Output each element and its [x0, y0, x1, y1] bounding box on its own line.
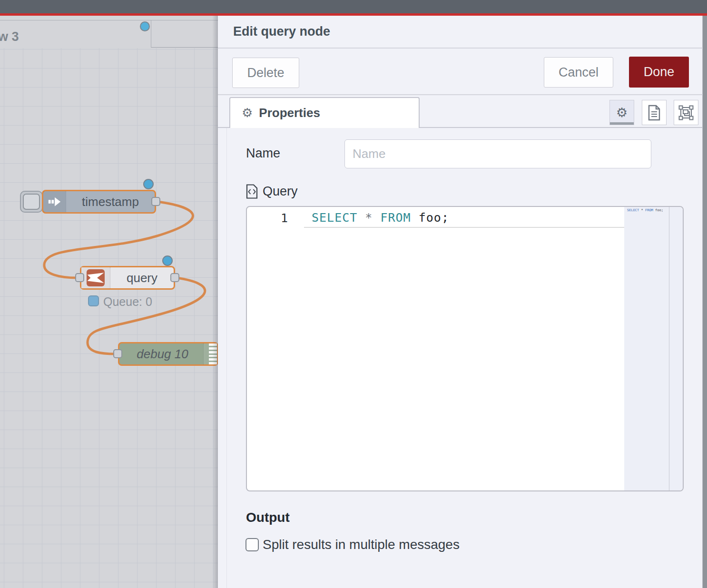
node-label: timestamp [66, 195, 155, 209]
output-section-heading: Output [246, 510, 290, 525]
minimap-divider [669, 207, 669, 490]
minimap-code-line: SELECT * FROM foo; [627, 208, 663, 212]
name-field-label: Name [246, 146, 280, 161]
timestamp-changed-dot [143, 179, 154, 189]
window-scrollbar[interactable] [703, 16, 707, 588]
query-input-port[interactable] [75, 273, 84, 282]
done-button[interactable]: Done [629, 57, 689, 88]
inject-button[interactable] [20, 191, 43, 213]
tab-properties-label: Properties [259, 106, 320, 120]
inject-button-inner [23, 194, 40, 210]
split-results-label: Split results in multiple messages [263, 537, 460, 552]
cancel-button[interactable]: Cancel [544, 57, 613, 88]
gear-icon: ⚙ [242, 106, 253, 120]
editor-minimap[interactable]: SELECT * FROM foo; [624, 207, 683, 490]
code-line[interactable]: SELECT * FROM foo; [312, 211, 449, 225]
dialog-title: Edit query node [233, 24, 330, 39]
divider [218, 48, 703, 49]
description-icon [647, 105, 661, 121]
delete-button[interactable]: Delete [232, 58, 299, 88]
debug-input-port[interactable] [113, 349, 122, 358]
description-view-button[interactable] [642, 100, 667, 125]
split-results-checkbox[interactable] [245, 538, 259, 551]
query-status-dot [88, 295, 99, 306]
canvas-edge-shadow [212, 16, 218, 588]
divider [218, 94, 703, 95]
query-changed-dot [162, 255, 173, 266]
query-status-text: Queue: 0 [103, 295, 152, 309]
node-query[interactable]: query [80, 266, 175, 290]
appearance-icon [678, 105, 694, 120]
line-number: 1 [247, 211, 288, 225]
node-timestamp[interactable]: timestamp [42, 190, 156, 214]
query-code-editor[interactable]: 1 SELECT * FROM foo; SELECT * FROM foo; [246, 206, 684, 491]
inject-arrow-icon [43, 191, 66, 212]
mysql-icon [81, 267, 110, 288]
query-field-header: Query [246, 184, 298, 199]
query-output-port[interactable] [170, 273, 179, 282]
tab-properties[interactable]: ⚙ Properties [229, 97, 420, 128]
app-root: w 3 timestamp q [0, 0, 707, 588]
node-label: debug 10 [119, 347, 217, 362]
appearance-view-button[interactable] [674, 100, 698, 125]
node-label: query [110, 271, 174, 285]
edit-dialog: Edit query node Delete Cancel Done ⚙ Pro… [218, 16, 703, 588]
flow-canvas[interactable]: w 3 timestamp q [0, 16, 218, 588]
file-code-icon [246, 184, 258, 199]
gear-icon: ⚙ [616, 105, 628, 120]
properties-view-button[interactable]: ⚙ [609, 100, 634, 125]
app-header-bar [0, 0, 707, 13]
timestamp-output-port[interactable] [151, 197, 160, 206]
query-field-label: Query [263, 184, 298, 199]
node-debug[interactable]: debug 10 [118, 342, 218, 366]
tray-content-edge [226, 127, 227, 588]
name-input[interactable] [344, 139, 651, 168]
